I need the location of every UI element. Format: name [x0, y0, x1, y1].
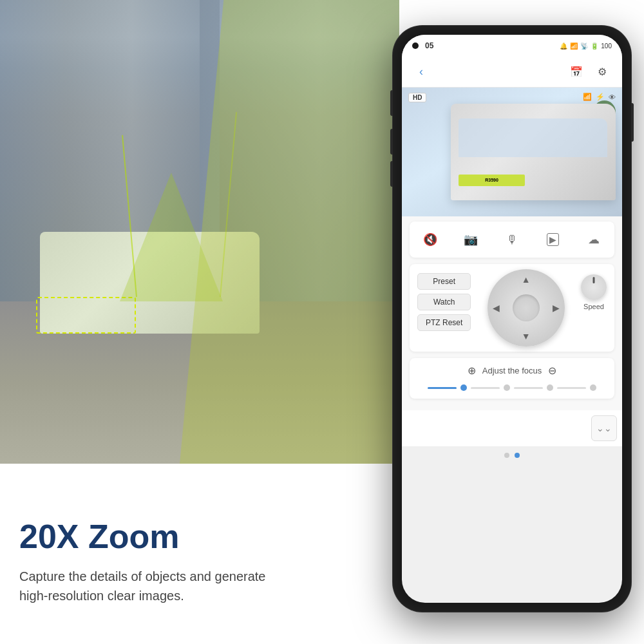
watch-button[interactable]: Watch [417, 294, 471, 310]
dpad-center [513, 294, 540, 321]
battery-percent: 100 [601, 43, 612, 50]
cloud-button[interactable]: ☁ [582, 228, 605, 251]
zoom-desc-line1: Capture the details of objects and gener… [19, 569, 265, 583]
zoom-description: Capture the details of objects and gener… [19, 567, 380, 605]
focus-label: Adjust the focus [482, 366, 542, 375]
building-right [200, 0, 399, 371]
dpad-down-button[interactable]: ▼ [522, 331, 531, 341]
microphone-button[interactable]: 🎙 [500, 228, 524, 251]
preset-button[interactable]: Preset [417, 273, 471, 290]
signal-strength-icon: 📶 [583, 93, 592, 101]
focus-section: ⊕ Adjust the focus ⊖ [410, 358, 614, 399]
speed-dial[interactable] [581, 274, 607, 300]
gear-icon: ⚙ [598, 66, 607, 78]
back-button[interactable]: ‹ [412, 63, 430, 81]
view-icon: 👁 [609, 93, 616, 101]
focus-slider[interactable] [419, 383, 605, 392]
cloud-icon: ☁ [588, 232, 600, 247]
snapshot-button[interactable]: 📷 [459, 228, 482, 251]
page-indicator [402, 446, 622, 464]
license-plate-camera: R3590 [459, 175, 525, 186]
record-icon: ▶ [547, 233, 559, 246]
bottom-section: ⌄⌄ [402, 410, 622, 446]
slider-thumb [460, 384, 467, 391]
ptz-section: Preset Watch PTZ Reset ▲ ▼ ◀ ▶ [410, 264, 614, 352]
camera-view-inner: R3590 [402, 88, 622, 216]
calendar-icon: 📅 [570, 66, 583, 78]
zoom-in-icon[interactable]: ⊕ [468, 365, 476, 377]
header-icons: 📅 ⚙ [567, 62, 612, 82]
background-photo [0, 0, 399, 464]
phone-outer-frame: 05 🔔 📶 📡 🔋 100 ‹ 📅 ⚙ [393, 26, 631, 612]
dpad-left-button[interactable]: ◀ [493, 303, 500, 313]
ptz-reset-button[interactable]: PTZ Reset [417, 314, 471, 331]
status-icons: 🔔 📶 📡 🔋 100 [560, 43, 612, 50]
zoom-out-icon[interactable]: ⊖ [548, 365, 556, 377]
phone-screen: 05 🔔 📶 📡 🔋 100 ‹ 📅 ⚙ [402, 35, 622, 603]
status-left: 05 [412, 41, 433, 50]
status-time: 05 [425, 41, 433, 50]
ptz-left-buttons: Preset Watch PTZ Reset [412, 269, 476, 335]
speed-control: Speed [576, 269, 612, 316]
media-controls: 🔇 📷 🎙 ▶ ☁ [410, 222, 614, 258]
dpad-right-button[interactable]: ▶ [553, 303, 560, 313]
page-dot-1 [504, 453, 509, 458]
zoom-title: 20X Zoom [19, 518, 380, 555]
scroll-down-button[interactable]: ⌄⌄ [591, 415, 617, 441]
settings-button[interactable]: ⚙ [592, 62, 612, 82]
controls-area: 🔇 📷 🎙 ▶ ☁ [402, 216, 622, 410]
camera-status-icons: 📶 ⚡ 👁 [583, 93, 616, 101]
focus-label-row: ⊕ Adjust the focus ⊖ [419, 365, 605, 377]
dpad-up-button[interactable]: ▲ [522, 274, 531, 285]
slider-dot-3 [590, 384, 596, 391]
hd-badge: HD [408, 93, 426, 102]
slider-dot-1 [504, 384, 510, 391]
wifi-icon: 📡 [580, 43, 588, 50]
text-content-area: 20X Zoom Capture the details of objects … [19, 518, 380, 605]
mute-icon: 🔇 [423, 232, 437, 247]
speed-label: Speed [583, 303, 604, 310]
camera-car: R3590 [451, 104, 616, 200]
phone-mockup: 05 🔔 📶 📡 🔋 100 ‹ 📅 ⚙ [393, 26, 631, 612]
slider-dot-2 [547, 384, 553, 391]
calendar-button[interactable]: 📅 [567, 62, 586, 82]
front-camera-dot [412, 43, 419, 49]
zoom-overlay [120, 173, 223, 301]
page-dot-2 [515, 453, 520, 458]
dpad: ▲ ▼ ◀ ▶ [488, 269, 565, 346]
battery-status-icon: ⚡ [596, 93, 605, 101]
notification-icon: 🔔 [560, 43, 567, 50]
battery-icon: 🔋 [591, 43, 598, 50]
slider-gap-2 [557, 387, 586, 389]
mute-button[interactable]: 🔇 [419, 228, 442, 251]
slider-empty [471, 387, 500, 389]
status-bar: 05 🔔 📶 📡 🔋 100 [402, 35, 622, 57]
zoom-desc-line2: high-resolution clear images. [19, 589, 184, 603]
slider-gap-1 [514, 387, 543, 389]
scan-line-2 [220, 112, 237, 297]
slider-filled [428, 387, 457, 389]
mic-icon: 🎙 [506, 233, 518, 247]
dpad-container: ▲ ▼ ◀ ▶ [488, 269, 565, 346]
app-header: ‹ 📅 ⚙ [402, 57, 622, 88]
license-plate-highlight [36, 297, 136, 334]
record-button[interactable]: ▶ [542, 228, 565, 251]
camera-icon: 📷 [464, 232, 478, 247]
camera-view: R3590 HD 📶 ⚡ 👁 [402, 88, 622, 216]
signal-icon: 📶 [570, 43, 578, 50]
